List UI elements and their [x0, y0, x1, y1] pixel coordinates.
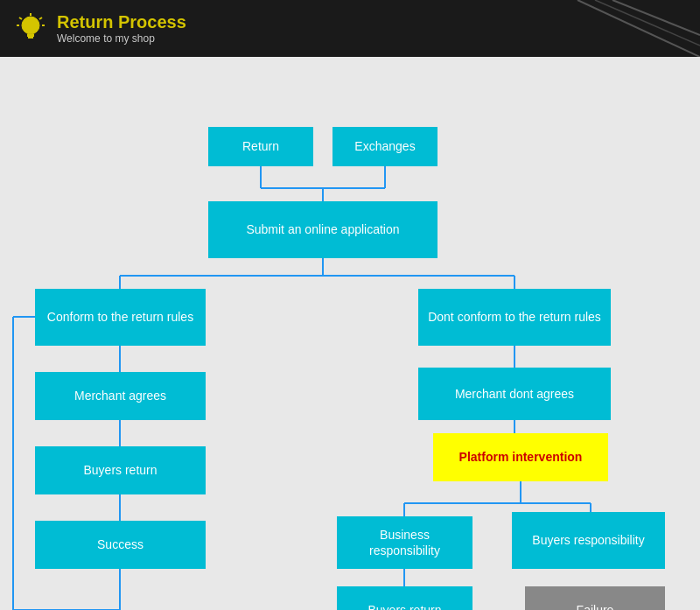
svg-line-10 [595, 0, 700, 46]
header-decoration [525, 0, 700, 57]
header: Return Process Welcome to my shop [0, 0, 700, 57]
svg-rect-2 [28, 37, 33, 39]
not-conform-box: Dont conform to the return rules [418, 289, 611, 346]
failure-box: Failure [525, 586, 665, 610]
platform-intervention-box: Platform intervention [433, 433, 608, 481]
merchant-dont-agrees-box: Merchant dont agrees [418, 368, 611, 420]
svg-rect-1 [27, 34, 34, 37]
buyers-return-right-box: Buyers return [337, 586, 472, 610]
header-title: Return Process [57, 12, 186, 32]
buyers-return-left-box: Buyers return [35, 446, 206, 494]
header-subtitle: Welcome to my shop [57, 32, 186, 45]
header-text: Return Process Welcome to my shop [57, 12, 186, 45]
business-responsibility-box: Business responsibility [337, 516, 472, 569]
success-box: Success [35, 521, 206, 569]
logo-icon [13, 11, 48, 46]
return-box: Return [208, 127, 313, 166]
svg-line-9 [612, 0, 700, 35]
svg-line-4 [19, 18, 22, 19]
conform-box: Conform to the return rules [35, 289, 206, 346]
flowchart-content: Return Exchanges Submit an online applic… [0, 57, 700, 610]
svg-point-0 [22, 17, 39, 34]
merchant-agrees-box: Merchant agrees [35, 372, 206, 420]
buyers-responsibility-box: Buyers responsibility [512, 512, 665, 569]
submit-box: Submit an online application [208, 201, 438, 258]
svg-line-5 [39, 18, 42, 19]
exchanges-box: Exchanges [332, 127, 438, 166]
